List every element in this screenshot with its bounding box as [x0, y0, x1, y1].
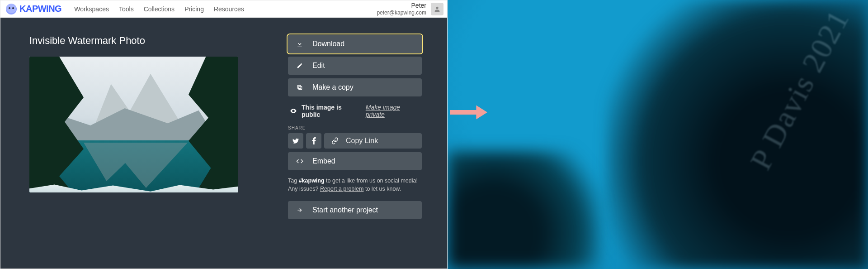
main-nav: Workspaces Tools Collections Pricing Res… — [74, 5, 244, 13]
report-problem-link[interactable]: Report a problem — [320, 186, 364, 192]
svg-rect-2 — [297, 85, 301, 88]
copy-link-button[interactable]: Copy Link — [324, 133, 422, 149]
embed-button[interactable]: Embed — [288, 152, 422, 170]
share-row: Copy Link — [288, 133, 422, 149]
share-label: SHARE — [288, 125, 422, 130]
nav-pricing[interactable]: Pricing — [184, 5, 204, 13]
copy-link-label: Copy Link — [346, 137, 378, 145]
brand-logo[interactable]: KAPWING — [6, 4, 61, 14]
tag-hint: Tag #kapwing to get a like from us on so… — [288, 177, 422, 193]
zoom-detail: P Davis 2021 — [448, 0, 868, 269]
link-icon — [331, 137, 339, 144]
svg-point-0 — [436, 6, 438, 9]
twitter-icon — [292, 137, 299, 144]
start-another-button[interactable]: Start another project — [288, 201, 422, 219]
user-icon — [434, 5, 441, 13]
edit-label: Edit — [312, 62, 325, 70]
visibility-row: This image is public Make image private — [288, 100, 422, 125]
project-canvas: Invisible Watermark Photo Download — [0, 18, 447, 269]
account-text: Peter peter@kapwing.com — [377, 2, 426, 16]
brand-icon — [6, 4, 17, 14]
download-button[interactable]: Download — [288, 35, 422, 53]
svg-marker-5 — [476, 105, 487, 119]
facebook-icon — [312, 137, 316, 144]
download-icon — [296, 40, 303, 48]
eye-icon — [290, 107, 297, 115]
embed-label: Embed — [312, 157, 335, 165]
share-twitter-button[interactable] — [288, 133, 303, 149]
start-another-label: Start another project — [312, 206, 378, 214]
copy-icon — [296, 84, 303, 91]
code-icon — [296, 158, 303, 165]
project-preview[interactable] — [29, 57, 238, 192]
visibility-status: This image is public — [302, 104, 361, 118]
make-copy-button[interactable]: Make a copy — [288, 78, 422, 96]
pencil-icon — [296, 62, 303, 69]
account-email: peter@kapwing.com — [377, 10, 426, 16]
svg-rect-1 — [299, 86, 302, 90]
nav-tools[interactable]: Tools — [119, 5, 134, 13]
download-label: Download — [312, 40, 344, 48]
annotation-arrow — [450, 102, 487, 122]
account-name: Peter — [377, 2, 426, 10]
hashtag: #kapwing — [299, 178, 325, 184]
share-facebook-button[interactable] — [306, 133, 321, 149]
page-title: Invisible Watermark Photo — [29, 35, 238, 47]
avatar[interactable] — [431, 3, 443, 15]
kapwing-app: KAPWING Workspaces Tools Collections Pri… — [0, 0, 448, 269]
nav-collections[interactable]: Collections — [144, 5, 175, 13]
header: KAPWING Workspaces Tools Collections Pri… — [0, 0, 447, 18]
nav-resources[interactable]: Resources — [214, 5, 244, 13]
account-menu[interactable]: Peter peter@kapwing.com — [377, 2, 443, 16]
edit-button[interactable]: Edit — [288, 57, 422, 75]
brand-text: KAPWING — [19, 4, 61, 14]
nav-workspaces[interactable]: Workspaces — [74, 5, 109, 13]
make-copy-label: Make a copy — [312, 83, 354, 91]
arrow-right-icon — [296, 207, 303, 214]
svg-point-3 — [293, 110, 294, 112]
make-private-link[interactable]: Make image private — [366, 104, 420, 118]
